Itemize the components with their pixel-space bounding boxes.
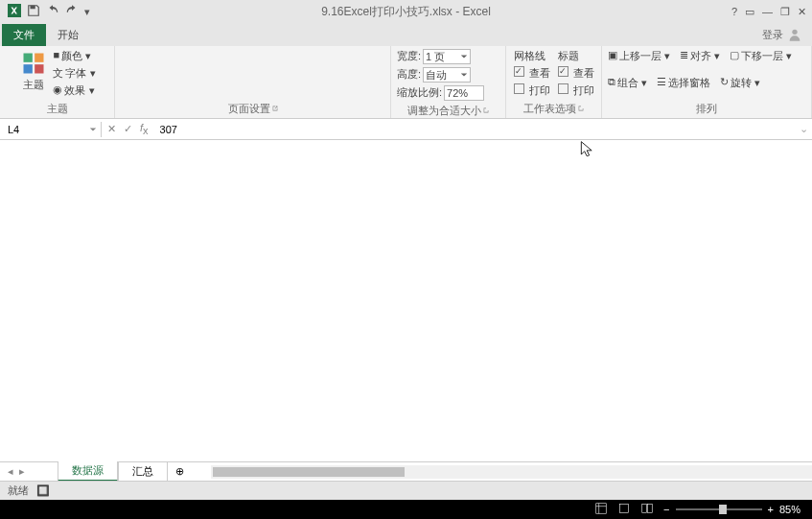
svg-rect-7 <box>596 504 607 514</box>
headings-print-check[interactable]: 打印 <box>558 83 594 99</box>
enter-icon[interactable]: ✓ <box>124 123 132 135</box>
gridlines-view-check[interactable]: ✓查看 <box>514 65 550 82</box>
save-icon[interactable] <box>27 4 40 19</box>
colors-button[interactable]: ■颜色 ▾ <box>53 48 95 64</box>
status-cell-mode: 🔲 <box>36 484 50 497</box>
fonts-button[interactable]: 文字体 ▾ <box>53 65 95 82</box>
minimize-icon[interactable]: — <box>762 6 773 18</box>
gridlines-print-check[interactable]: 打印 <box>514 83 550 99</box>
formula-bar[interactable]: 307 <box>154 124 796 135</box>
effects-button[interactable]: ◉效果 ▾ <box>53 83 95 99</box>
tab-开始[interactable]: 开始 <box>46 24 90 46</box>
align-button[interactable]: ≣ 对齐 ▾ <box>680 48 720 64</box>
redo-icon[interactable] <box>65 4 79 19</box>
sheet-nav-last-icon[interactable]: ▸ <box>19 465 25 478</box>
rotate-button[interactable]: ↻ 旋转 ▾ <box>720 75 760 91</box>
excel-icon <box>8 4 21 19</box>
undo-icon[interactable] <box>46 4 59 19</box>
scale-launcher-icon[interactable] <box>483 104 489 109</box>
svg-rect-1 <box>31 6 35 10</box>
headings-view-check[interactable]: ✓查看 <box>558 65 594 82</box>
svg-point-2 <box>792 30 797 35</box>
new-sheet-button[interactable]: ⊕ <box>168 463 192 480</box>
cancel-icon[interactable]: ✕ <box>107 123 116 135</box>
qat-dropdown-icon[interactable]: ▾ <box>84 6 90 18</box>
svg-rect-12 <box>648 504 653 512</box>
svg-rect-6 <box>35 64 44 73</box>
scale-spinner[interactable]: 72% <box>444 85 484 101</box>
ribbon-tabs: 文件 开始 登录 <box>0 23 812 46</box>
horizontal-scrollbar[interactable] <box>211 465 812 479</box>
ribbon-options-icon[interactable]: ▭ <box>745 6 754 18</box>
status-text: 就绪 <box>8 484 29 498</box>
zoom-out-button[interactable]: − <box>663 504 669 515</box>
width-combo[interactable]: 1 页 <box>423 49 471 64</box>
login-button[interactable]: 登录 <box>753 23 812 46</box>
sheet-tab-datasource[interactable]: 数据源 <box>58 461 118 482</box>
page-layout-view-icon[interactable] <box>617 502 631 517</box>
height-combo[interactable]: 自动 <box>423 67 471 83</box>
ribbon: 主题 ■颜色 ▾ 文字体 ▾ ◉效果 ▾ 主题 页面设置 宽度:1 页 高度:自… <box>0 46 812 119</box>
tab-file[interactable]: 文件 <box>2 24 46 46</box>
svg-rect-11 <box>642 504 647 512</box>
zoom-in-button[interactable]: + <box>768 504 774 515</box>
name-box[interactable]: L4 <box>0 122 102 137</box>
sheet-opts-launcher-icon[interactable] <box>578 102 584 107</box>
sheet-nav-first-icon[interactable]: ◂ <box>8 465 13 478</box>
restore-icon[interactable]: ❐ <box>780 6 790 18</box>
zoom-level[interactable]: 85% <box>779 504 800 515</box>
normal-view-icon[interactable] <box>594 502 608 517</box>
window-title: 9.16Excel打印小技巧.xlsx - Excel <box>321 4 491 20</box>
bring-forward-button[interactable]: ▣ 上移一层 ▾ <box>608 48 670 64</box>
page-setup-launcher-icon[interactable] <box>272 102 278 107</box>
close-icon[interactable]: ✕ <box>798 6 806 18</box>
svg-rect-3 <box>24 54 33 62</box>
formula-expand-icon[interactable]: ⌄ <box>796 123 812 135</box>
zoom-slider[interactable] <box>676 508 762 510</box>
svg-rect-5 <box>24 64 33 73</box>
fx-icon[interactable]: fx <box>140 122 149 136</box>
spreadsheet-grid[interactable] <box>0 140 812 461</box>
themes-button[interactable]: 主题 <box>18 48 49 93</box>
selection-pane-button[interactable]: ☰ 选择窗格 <box>657 75 710 91</box>
mouse-cursor-icon <box>578 140 597 159</box>
sheet-tab-summary[interactable]: 汇总 <box>118 462 168 482</box>
group-button[interactable]: ⧉ 组合 ▾ <box>608 75 647 91</box>
help-icon[interactable]: ? <box>731 6 737 18</box>
send-backward-button[interactable]: ▢ 下移一层 ▾ <box>730 48 792 64</box>
svg-rect-4 <box>35 54 44 62</box>
page-break-view-icon[interactable] <box>640 502 654 517</box>
svg-rect-10 <box>619 504 628 512</box>
